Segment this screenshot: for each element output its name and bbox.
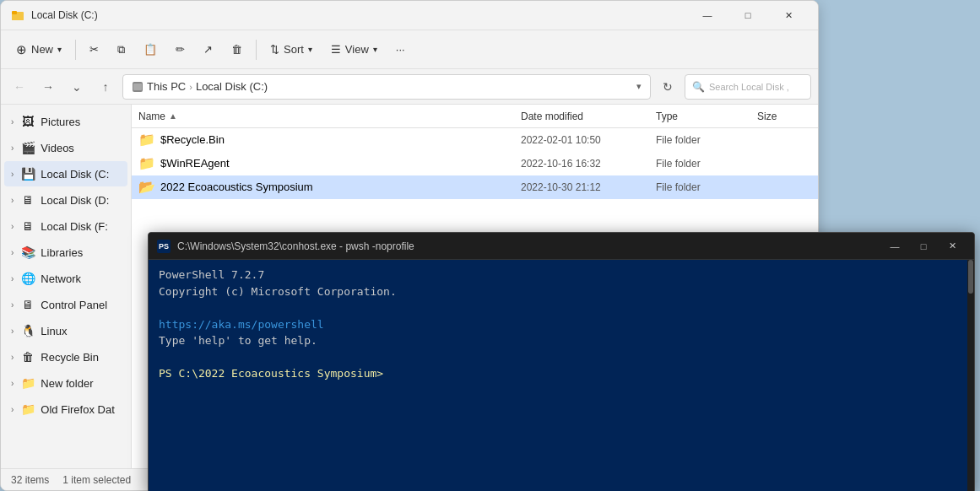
table-row[interactable]: 📁 $Recycle.Bin 2022-02-01 10:50 File fol… <box>132 128 818 152</box>
sidebar-item-label: Videos <box>41 142 74 154</box>
linux-icon: 🐧 <box>20 324 35 337</box>
sidebar-item-network[interactable]: › 🌐 Network <box>4 266 127 291</box>
expand-icon: › <box>11 222 14 231</box>
ps-close-button[interactable]: ✕ <box>939 236 966 256</box>
sidebar-item-label: Old Firefox Dat <box>41 403 114 416</box>
ps-minimize-button[interactable]: — <box>881 236 908 256</box>
sidebar-item-linux[interactable]: › 🐧 Linux <box>4 318 127 343</box>
ps-line: PowerShell 7.2.7 <box>159 267 964 283</box>
expand-icon: › <box>11 274 14 283</box>
minimize-button[interactable]: — <box>688 3 727 28</box>
new-chevron-icon: ▾ <box>57 45 62 54</box>
sidebar-item-libraries[interactable]: › 📚 Libraries <box>4 240 127 265</box>
chevron-down-icon[interactable]: ▾ <box>636 81 642 92</box>
path-icon <box>132 81 143 93</box>
refresh-button[interactable]: ↻ <box>656 75 680 99</box>
ps-prompt-line: PS C:\2022 Ecoacoustics Symposium> <box>159 365 964 382</box>
localdiskc-icon: 💾 <box>20 167 35 181</box>
view-button[interactable]: ☰ View ▾ <box>322 35 386 64</box>
sidebar-item-oldfirefox[interactable]: › 📁 Old Firefox Dat <box>4 397 127 422</box>
sidebar-item-label: Pictures <box>41 116 80 128</box>
table-row[interactable]: 📁 $WinREAgent 2022-10-16 16:32 File fold… <box>132 152 818 175</box>
file-type: File folder <box>649 158 750 170</box>
rename-icon: ✏ <box>176 43 185 56</box>
back-button[interactable]: ← <box>8 75 31 99</box>
newfolder-icon: 📁 <box>20 376 35 390</box>
share-button[interactable]: ↗ <box>195 35 221 64</box>
oldfirefox-icon: 📁 <box>20 402 35 416</box>
maximize-button[interactable]: □ <box>728 3 767 28</box>
ps-terminal-content[interactable]: PowerShell 7.2.7 Copyright (c) Microsoft… <box>149 260 974 491</box>
breadcrumb-current[interactable]: Local Disk (C:) <box>196 80 268 93</box>
view-chevron-icon: ▾ <box>373 45 377 54</box>
ps-line: https://aka.ms/powershell <box>159 316 964 333</box>
new-button[interactable]: ⊕ New ▾ <box>8 35 70 64</box>
sidebar-item-label: Recycle Bin <box>41 351 99 364</box>
ps-scrollbar-thumb[interactable] <box>968 260 973 294</box>
breadcrumb-thispc[interactable]: This PC <box>147 80 186 93</box>
address-path[interactable]: This PC › Local Disk (C:) ▾ <box>122 74 651 100</box>
up-button[interactable]: ↑ <box>94 75 117 99</box>
sort-button[interactable]: ⇅ Sort ▾ <box>262 35 321 64</box>
expand-icon: › <box>11 405 14 414</box>
selected-info: 1 item selected <box>62 474 131 486</box>
sidebar-item-newfolder[interactable]: › 📁 New folder <box>4 370 127 396</box>
file-list-header: Name ▲ Date modified Type Size <box>132 105 818 128</box>
rename-button[interactable]: ✏ <box>167 35 193 64</box>
recent-button[interactable]: ⌄ <box>65 75 89 99</box>
delete-icon: 🗑 <box>231 43 242 56</box>
file-type: File folder <box>649 134 750 146</box>
sidebar-item-localdiskf[interactable]: › 🖥 Local Disk (F: <box>4 213 127 239</box>
sidebar-item-localdiskd[interactable]: › 🖥 Local Disk (D: <box>4 187 127 213</box>
sidebar-item-recyclebin[interactable]: › 🗑 Recycle Bin <box>4 344 127 370</box>
expand-icon: › <box>11 170 14 179</box>
ps-app-icon: PS <box>157 240 171 253</box>
ps-scrollbar[interactable] <box>967 260 974 491</box>
folder-open-icon: 📂 <box>138 179 155 195</box>
table-row[interactable]: 📂 2022 Ecoacoustics Symposium 2022-10-30… <box>132 175 818 199</box>
file-name: $WinREAgent <box>160 157 230 170</box>
expand-icon: › <box>11 196 14 205</box>
svg-rect-4 <box>133 84 142 90</box>
window-controls: — □ ✕ <box>688 3 808 28</box>
copy-icon: ⧉ <box>117 43 125 57</box>
sidebar-item-pictures[interactable]: › 🖼 Pictures <box>4 109 127 134</box>
sort-chevron-icon: ▾ <box>308 45 312 54</box>
column-name-header[interactable]: Name ▲ <box>132 105 514 127</box>
paste-icon: 📋 <box>143 43 157 56</box>
ps-title-bar: PS C:\Windows\System32\conhost.exe - pws… <box>149 233 974 260</box>
search-box[interactable]: 🔍 Search Local Disk , <box>685 74 811 100</box>
sidebar-item-videos[interactable]: › 🎬 Videos <box>4 135 127 160</box>
delete-button[interactable]: 🗑 <box>223 35 251 64</box>
sidebar-item-label: Linux <box>41 325 67 337</box>
sidebar-item-controlpanel[interactable]: › 🖥 Control Panel <box>4 292 127 317</box>
file-date: 2022-10-16 16:32 <box>514 158 649 170</box>
ps-window-controls: — □ ✕ <box>881 236 966 256</box>
expand-icon: › <box>11 117 14 127</box>
ps-maximize-button[interactable]: □ <box>910 236 937 256</box>
address-bar: ← → ⌄ ↑ This PC › Local Disk (C:) ▾ ↻ 🔍 … <box>1 69 818 105</box>
close-button[interactable]: ✕ <box>769 3 808 28</box>
cut-button[interactable]: ✂ <box>81 35 107 64</box>
sidebar-item-label: Network <box>41 272 81 285</box>
sidebar-item-localdiskc[interactable]: › 💾 Local Disk (C: <box>4 161 127 186</box>
expand-icon: › <box>11 353 14 362</box>
ps-window-title: C:\Windows\System32\conhost.exe - pwsh -… <box>177 240 874 252</box>
ps-line: Type 'help' to get help. <box>159 332 964 349</box>
libraries-icon: 📚 <box>20 246 35 259</box>
window-title: Local Disk (C:) <box>31 9 688 21</box>
copy-button[interactable]: ⧉ <box>109 35 133 64</box>
column-date-header[interactable]: Date modified <box>514 105 649 127</box>
sidebar-item-label: New folder <box>41 377 93 390</box>
controlpanel-icon: 🖥 <box>20 298 35 311</box>
sidebar-item-label: Control Panel <box>41 299 107 311</box>
paste-button[interactable]: 📋 <box>135 35 165 64</box>
column-type-header[interactable]: Type <box>649 105 750 127</box>
ps-line: Copyright (c) Microsoft Corporation. <box>159 283 964 300</box>
column-size-header[interactable]: Size <box>750 105 818 127</box>
file-name: 2022 Ecoacoustics Symposium <box>160 181 313 193</box>
more-button[interactable]: ··· <box>387 35 414 64</box>
folder-icon: 📁 <box>138 155 155 171</box>
forward-button[interactable]: → <box>36 75 60 99</box>
network-icon: 🌐 <box>20 272 35 285</box>
